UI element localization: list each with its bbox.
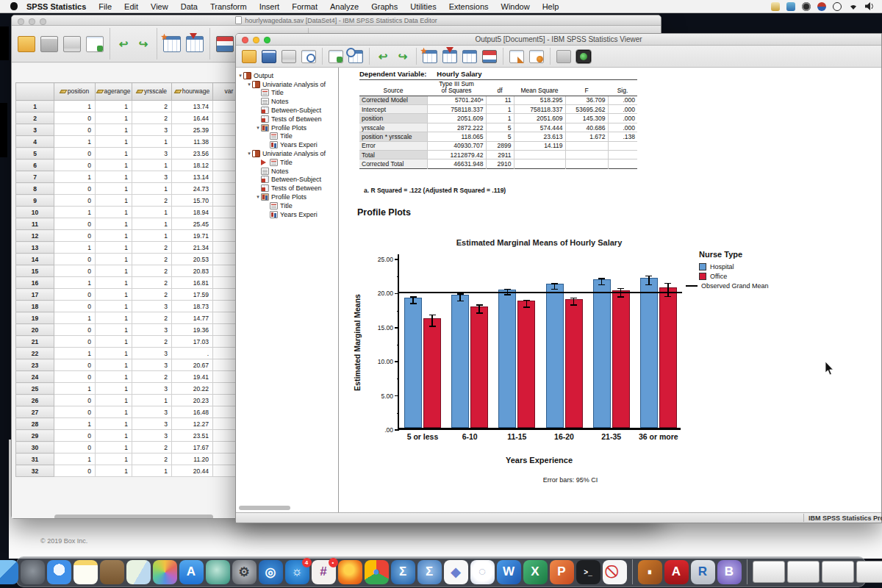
data-cell[interactable]: 1 <box>96 371 132 383</box>
data-cell[interactable]: 1 <box>132 218 172 230</box>
dark-circle-icon[interactable] <box>802 2 811 11</box>
data-cell[interactable]: 2 <box>132 289 172 301</box>
expander-icon[interactable]: ▾ <box>255 194 261 200</box>
outline-item-title[interactable]: Title <box>236 89 338 98</box>
print-preview-button[interactable] <box>301 50 316 63</box>
data-cell[interactable]: 24.73 <box>172 183 213 195</box>
data-cell[interactable]: 1 <box>132 183 172 195</box>
clock-icon[interactable] <box>833 2 842 11</box>
menu-transform[interactable]: Transform <box>210 2 247 11</box>
menu-spss-statistics[interactable]: SPSS Statistics <box>26 2 86 11</box>
data-cell[interactable]: 3 <box>132 359 172 371</box>
select-output-button[interactable] <box>556 50 571 63</box>
menu-window[interactable]: Window <box>501 2 530 11</box>
data-cell[interactable]: 20.23 <box>172 395 213 406</box>
minimize-button[interactable] <box>29 18 35 25</box>
data-cell[interactable]: 19.71 <box>172 230 213 242</box>
data-cell[interactable]: 21.34 <box>172 242 213 254</box>
row-number[interactable]: 23 <box>16 359 54 371</box>
data-cell[interactable]: 17.67 <box>172 442 213 453</box>
data-cell[interactable]: 1 <box>96 336 132 348</box>
menu-analyze[interactable]: Analyze <box>330 2 359 11</box>
row-number[interactable]: 7 <box>16 171 54 183</box>
data-cell[interactable]: 20.53 <box>172 254 213 265</box>
data-cell[interactable]: 1 <box>96 348 132 359</box>
data-cell[interactable]: 0 <box>54 218 96 230</box>
data-cell[interactable]: 13.74 <box>172 101 213 112</box>
outline-item-profile-plots[interactable]: ▾Profile Plots <box>236 193 338 201</box>
data-cell[interactable]: 0 <box>54 112 96 124</box>
outline-item-profile-plots[interactable]: ▾Profile Plots <box>236 123 338 132</box>
dock-safari[interactable] <box>47 560 71 584</box>
row-number[interactable]: 16 <box>16 277 54 289</box>
outline-item-tests-of-between[interactable]: Tests of Between <box>236 115 338 123</box>
data-cell[interactable]: 13.14 <box>172 171 213 183</box>
row-number[interactable]: 4 <box>16 136 54 148</box>
data-cell[interactable]: 2 <box>132 277 172 289</box>
outline-item-between-subject[interactable]: Between-Subject <box>236 106 338 115</box>
redo-button[interactable]: ↪ <box>136 38 151 49</box>
dock-app-store[interactable]: A <box>179 560 204 584</box>
dock-launchpad[interactable] <box>21 560 45 584</box>
data-cell[interactable]: 1 <box>54 207 96 218</box>
menu-format[interactable]: Format <box>292 2 318 11</box>
data-cell[interactable]: 1 <box>96 159 132 171</box>
data-cell[interactable]: 1 <box>96 359 132 371</box>
data-cell[interactable]: 2 <box>132 195 172 207</box>
row-number[interactable]: 1 <box>16 101 54 112</box>
data-cell[interactable]: 2 <box>132 101 172 112</box>
data-cell[interactable]: 2 <box>132 112 172 124</box>
insert-table-button[interactable] <box>462 50 477 63</box>
data-cell[interactable]: 1 <box>132 207 172 218</box>
row-number[interactable]: 3 <box>16 124 54 136</box>
row-number[interactable]: 27 <box>16 406 54 418</box>
row-number[interactable]: 21 <box>16 336 54 348</box>
data-cell[interactable]: 2 <box>132 442 172 453</box>
dock-control-app[interactable]: ◎ <box>259 560 283 584</box>
close-button[interactable] <box>18 18 24 25</box>
goto-case-button[interactable] <box>423 50 437 63</box>
minimized-window-1[interactable] <box>753 561 785 583</box>
data-cell[interactable]: 3 <box>132 418 172 430</box>
goto-case-button[interactable] <box>163 36 181 52</box>
row-number[interactable]: 14 <box>16 254 54 265</box>
data-cell[interactable]: 1 <box>96 148 132 159</box>
data-cell[interactable]: 1 <box>96 124 132 136</box>
data-cell[interactable]: 0 <box>54 289 96 301</box>
volume-icon[interactable] <box>865 0 875 13</box>
data-cell[interactable]: 1 <box>54 242 96 254</box>
row-number[interactable]: 22 <box>16 348 54 359</box>
minimize-button[interactable] <box>253 37 259 43</box>
row-number[interactable]: 29 <box>16 430 54 442</box>
data-cell[interactable]: 1 <box>96 242 132 254</box>
dock-photos[interactable] <box>153 560 177 584</box>
outline-horizontal-scrollbar[interactable] <box>239 506 290 510</box>
data-cell[interactable]: 3 <box>132 301 172 312</box>
row-number[interactable]: 30 <box>16 442 54 453</box>
expander-icon[interactable]: ▾ <box>246 82 252 87</box>
row-number[interactable]: 2 <box>16 112 54 124</box>
data-cell[interactable]: 1 <box>96 136 132 148</box>
data-cell[interactable]: 12.27 <box>172 418 213 430</box>
data-cell[interactable]: 1 <box>54 418 96 430</box>
data-cell[interactable]: 1 <box>96 312 132 324</box>
row-number[interactable]: 11 <box>16 218 54 230</box>
dock-acrobat[interactable]: A <box>664 560 689 584</box>
data-cell[interactable]: 1 <box>96 183 132 195</box>
edit-output-button[interactable] <box>509 50 524 63</box>
menu-edit[interactable]: Edit <box>124 2 138 11</box>
menu-insert[interactable]: Insert <box>259 2 280 11</box>
row-number[interactable]: 5 <box>16 148 54 159</box>
zoom-button[interactable] <box>40 18 46 25</box>
row-number[interactable]: 17 <box>16 289 54 301</box>
row-number[interactable]: 19 <box>16 312 54 324</box>
goto-variable-button[interactable] <box>442 50 457 63</box>
data-cell[interactable]: 1 <box>132 159 172 171</box>
outline-item-title[interactable]: Title <box>236 132 338 141</box>
data-cell[interactable]: 16.48 <box>172 406 213 418</box>
show-hide-button[interactable] <box>576 50 591 63</box>
data-cell[interactable]: 1 <box>132 395 172 406</box>
row-number[interactable]: 26 <box>16 395 54 406</box>
dock-finder[interactable] <box>0 560 18 584</box>
row-number[interactable]: 24 <box>16 371 54 383</box>
